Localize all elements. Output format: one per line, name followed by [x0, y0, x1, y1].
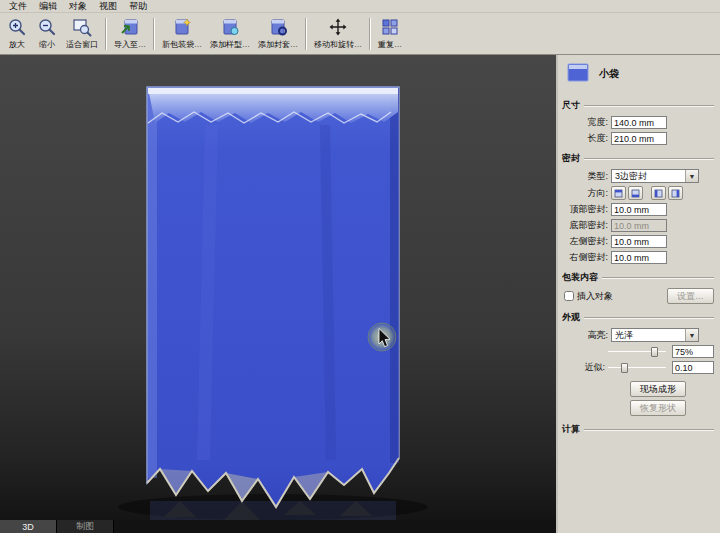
panel-header: 小袋	[562, 59, 714, 92]
toolbar-add-pattern-button[interactable]: 添加样型…	[206, 14, 254, 54]
slider-thumb[interactable]	[621, 363, 628, 373]
highlight-slider[interactable]	[608, 346, 666, 358]
cursor-indicator	[368, 323, 396, 351]
seal-type-select[interactable]: 3边密封 ▼	[611, 169, 699, 183]
repeat-icon	[379, 16, 401, 38]
seal-direction-label: 方向:	[562, 187, 608, 200]
toolbar-zoom-in-button[interactable]: 放大	[2, 14, 32, 54]
highlight-select[interactable]: 光泽 ▼	[611, 328, 699, 342]
fit-window-icon	[71, 16, 93, 38]
seal-direction-left-button[interactable]	[651, 186, 666, 200]
section-rule	[584, 158, 714, 160]
approx-label: 近似:	[562, 361, 605, 374]
approx-slider[interactable]	[608, 362, 666, 374]
toolbar-button-label: 导入至…	[114, 39, 146, 50]
highlight-value: 光泽	[612, 329, 685, 342]
add-pattern-icon	[219, 16, 241, 38]
toolbar-add-sleeve-button[interactable]: 添加封套…	[254, 14, 302, 54]
tab-drawing[interactable]: 制图	[57, 520, 114, 533]
settings-button: 设置…	[667, 288, 714, 304]
seal-right-icon	[671, 189, 680, 198]
toolbar-separator	[153, 18, 155, 50]
section-title: 计算	[562, 423, 580, 436]
insert-object-label: 插入对象	[577, 290, 613, 303]
live-shape-button[interactable]: 现场成形	[630, 381, 686, 397]
toolbar-new-bag-button[interactable]: 新包装袋…	[158, 14, 206, 54]
view-tab-bar: 3D 制图	[0, 520, 556, 533]
menu-bar: 文件 编辑 对象 视图 帮助	[0, 0, 720, 13]
seal-left-icon	[654, 189, 663, 198]
toolbar: 放大 缩小 适合窗口 导入至… 新包装袋…	[0, 13, 720, 55]
toolbar-button-label: 适合窗口	[66, 39, 98, 50]
toolbar-fit-window-button[interactable]: 适合窗口	[62, 14, 102, 54]
menu-view[interactable]: 视图	[93, 0, 123, 12]
section-title: 密封	[562, 152, 580, 165]
section-rule	[602, 277, 714, 279]
section-title: 尺寸	[562, 99, 580, 112]
top-seal-input[interactable]	[611, 203, 667, 216]
panel-title: 小袋	[599, 67, 619, 81]
menu-help[interactable]: 帮助	[123, 0, 153, 12]
3d-viewport[interactable]	[0, 55, 556, 520]
right-seal-input[interactable]	[611, 251, 667, 264]
toolbar-button-label: 新包装袋…	[162, 39, 202, 50]
section-rule	[584, 429, 714, 431]
toolbar-button-label: 移动和旋转…	[314, 39, 362, 50]
move-rotate-icon	[327, 16, 349, 38]
left-seal-input[interactable]	[611, 235, 667, 248]
width-label: 宽度:	[562, 116, 608, 129]
menu-edit[interactable]: 编辑	[33, 0, 63, 12]
length-input[interactable]	[611, 132, 667, 145]
properties-panel: 小袋 尺寸 宽度: 长度: 密封 类型:	[556, 55, 720, 533]
right-seal-label: 右侧密封:	[562, 251, 608, 264]
section-dimensions: 尺寸	[562, 99, 714, 112]
section-title: 外观	[562, 311, 580, 324]
import-icon	[119, 16, 141, 38]
section-rule	[584, 317, 714, 319]
menu-object[interactable]: 对象	[63, 0, 93, 12]
toolbar-button-label: 重复…	[378, 39, 402, 50]
seal-bottom-icon	[631, 189, 640, 198]
toolbar-button-label: 添加样型…	[210, 39, 250, 50]
zoom-out-icon	[36, 16, 58, 38]
bag-3d-render	[0, 55, 556, 520]
seal-type-label: 类型:	[562, 170, 608, 183]
seal-top-icon	[614, 189, 623, 198]
slider-track	[608, 367, 666, 368]
section-content: 包装内容	[562, 271, 714, 284]
left-seal-label: 左侧密封:	[562, 235, 608, 248]
section-seal: 密封	[562, 152, 714, 165]
section-appearance: 外观	[562, 311, 714, 324]
toolbar-separator	[369, 18, 371, 50]
menu-file[interactable]: 文件	[3, 0, 33, 12]
toolbar-button-label: 添加封套…	[258, 39, 298, 50]
toolbar-button-label: 放大	[9, 39, 25, 50]
toolbar-import-button[interactable]: 导入至…	[110, 14, 150, 54]
main-area: 3D 制图 小袋 尺寸 宽度: 长度:	[0, 55, 720, 533]
section-title: 包装内容	[562, 271, 598, 284]
toolbar-button-label: 缩小	[39, 39, 55, 50]
bottom-seal-label: 底部密封:	[562, 219, 608, 232]
chevron-down-icon: ▼	[685, 329, 698, 341]
toolbar-zoom-out-button[interactable]: 缩小	[32, 14, 62, 54]
tab-3d[interactable]: 3D	[0, 520, 57, 533]
slider-thumb[interactable]	[651, 347, 658, 357]
seal-direction-bottom-button[interactable]	[628, 186, 643, 200]
app-window: 文件 编辑 对象 视图 帮助 放大 缩小 适合窗口	[0, 0, 720, 533]
seal-type-value: 3边密封	[612, 170, 685, 183]
highlight-label: 高亮:	[562, 329, 608, 342]
toolbar-separator	[305, 18, 307, 50]
highlight-percent-input[interactable]	[672, 345, 714, 358]
insert-object-checkbox[interactable]	[564, 291, 574, 301]
toolbar-move-rotate-button[interactable]: 移动和旋转…	[310, 14, 366, 54]
seal-direction-top-button[interactable]	[611, 186, 626, 200]
toolbar-repeat-button[interactable]: 重复…	[374, 14, 406, 54]
width-input[interactable]	[611, 116, 667, 129]
bottom-seal-input	[611, 219, 667, 232]
bag-icon	[566, 62, 590, 85]
add-sleeve-icon	[267, 16, 289, 38]
length-label: 长度:	[562, 132, 608, 145]
seal-direction-right-button[interactable]	[668, 186, 683, 200]
approx-value-input[interactable]	[672, 361, 714, 374]
section-rule	[584, 105, 714, 107]
